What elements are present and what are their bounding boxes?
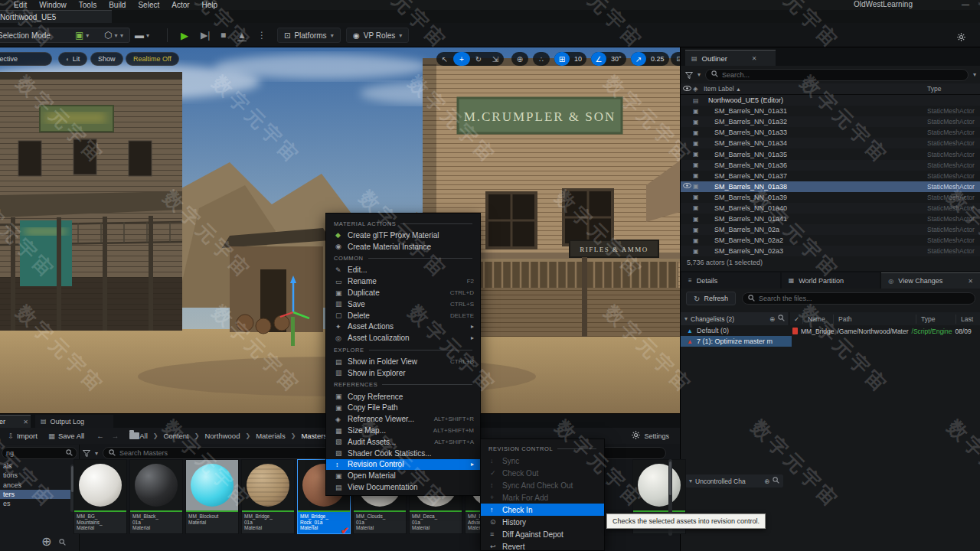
changelist-7-1-optimize-master-m[interactable]: ▲7 (1): Optimize master m — [681, 336, 792, 347]
eject-button[interactable]: ▲ — [237, 28, 247, 43]
type-column[interactable]: Type — [927, 85, 980, 93]
crumb-all[interactable]: All — [139, 432, 148, 440]
menu-edit[interactable]: Edit — [14, 1, 27, 9]
menu-item-duplicate[interactable]: ▣DuplicateCTRL+D — [326, 287, 480, 298]
asset-card-mm-black[interactable]: MM_Black_01aMaterial — [129, 459, 183, 534]
crumb-materials[interactable]: Materials — [256, 432, 286, 440]
submenu-item-diff-against-depot[interactable]: ≡Diff Against Depot — [481, 528, 604, 540]
perspective-button[interactable]: Perspective — [0, 52, 52, 66]
outliner-search-input[interactable]: Search... — [705, 69, 969, 81]
menu-item-show-in-explorer[interactable]: ▥Show in Explorer — [326, 367, 480, 379]
content-browser-settings-button[interactable]: Settings — [632, 431, 669, 441]
lit-button[interactable]: ◐ Lit — [58, 52, 87, 66]
menu-item-asset-actions[interactable]: ✦Asset Actions▸ — [326, 321, 480, 333]
menu-select[interactable]: Select — [138, 1, 159, 9]
chevron-down-icon[interactable]: ▾ — [697, 71, 701, 78]
grid-snap-control[interactable]: ⊞ 10 — [554, 52, 586, 66]
search-icon[interactable] — [59, 535, 66, 549]
submenu-item-revert[interactable]: ↩Revert — [481, 540, 604, 551]
platforms-button[interactable]: ⊡ Platforms ▾ — [277, 28, 341, 43]
menu-item-copy-file-path[interactable]: ▣Copy File Path — [326, 403, 480, 414]
show-button[interactable]: Show — [90, 52, 123, 66]
sources-search-input[interactable]: ng — [2, 447, 77, 459]
blueprints-button[interactable]: ⬡▾ — [104, 28, 118, 43]
menu-actor[interactable]: Actor — [172, 1, 189, 9]
folder-item-es[interactable]: es — [0, 499, 79, 508]
folder-item-ters[interactable]: ters — [0, 490, 79, 499]
outliner-row[interactable]: ▣SM_Barrels_NN_02aStaticMeshActor — [681, 224, 980, 235]
outliner-row[interactable]: ▣SM_Barrels_NN_01a31StaticMeshActor — [681, 106, 980, 116]
tab-view-changes[interactable]: ◎View Changes✕ — [881, 272, 980, 289]
menu-help[interactable]: Help — [202, 1, 218, 9]
filter-icon[interactable] — [83, 446, 90, 460]
menu-item-copy-reference[interactable]: ▣Copy Reference — [326, 391, 480, 403]
add-icon[interactable]: ⊕ — [41, 534, 51, 549]
outliner-row[interactable]: ▣SM_Barrels_NN_01a40StaticMeshActor — [681, 203, 980, 214]
rotate-tool[interactable]: ↻ — [470, 52, 487, 66]
outliner-row[interactable]: ▣SM_Barrels_NN_01a32StaticMeshActor — [681, 116, 980, 127]
rotation-snap-control[interactable]: ∠ 30° — [591, 52, 626, 66]
stop-button[interactable]: ■ — [220, 28, 226, 43]
menu-item-view-documentation[interactable]: ▤View Documentation — [326, 481, 480, 493]
tab-outliner[interactable]: ▤ Outliner ✕ — [685, 50, 776, 66]
add-icon[interactable]: ⊕ — [769, 315, 775, 323]
crumb-content[interactable]: Content — [163, 432, 188, 440]
outliner-row[interactable]: ▣SM_Barrels_NN_02a3StaticMeshActor — [681, 246, 980, 256]
asset-card-mm-bg[interactable]: MM_BG_Mountains_Material — [74, 459, 127, 534]
search-icon[interactable] — [778, 315, 785, 323]
menu-item-rename[interactable]: ▭RenameF2 — [326, 276, 480, 287]
crumb-masters[interactable]: Masters — [301, 432, 327, 440]
close-icon[interactable]: ✕ — [752, 55, 757, 62]
changelist-default-0[interactable]: ▲Default (0) — [681, 325, 792, 336]
menu-item-edit[interactable]: ✎Edit... — [326, 265, 480, 276]
outliner-row[interactable]: ▣SM_Barrels_NN_01a37StaticMeshActor — [681, 171, 980, 181]
realtime-off-badge[interactable]: Realtime Off — [126, 52, 179, 66]
back-button[interactable]: ← — [96, 432, 104, 440]
outliner-row[interactable]: ▣SM_Barrels_NN_01a38StaticMeshActor — [681, 181, 980, 192]
tab-details[interactable]: ≡Details — [681, 272, 780, 289]
menu-item-delete[interactable]: ▢DeleteDELETE — [326, 310, 480, 321]
select-tool[interactable]: ↖ — [436, 52, 453, 66]
uncontrolled-changelists-header[interactable]: ▾ Uncontrolled Cha ⊕ — [685, 474, 783, 487]
menu-tools[interactable]: Tools — [79, 1, 96, 9]
toolbar-settings-button[interactable] — [957, 31, 965, 44]
save-all-button[interactable]: ▦ Save All — [48, 432, 84, 440]
menu-item-save[interactable]: ▥SaveCTRL+S — [326, 298, 480, 310]
refresh-button[interactable]: ↻ Refresh — [686, 292, 736, 305]
import-button[interactable]: ⇩ Import — [8, 432, 38, 440]
asset-card-mm-bridge[interactable]: MM_Bridge_01aMaterial — [241, 459, 295, 534]
outliner-row[interactable]: ▣SM_Barrels_NN_01a34StaticMeshActor — [681, 138, 980, 148]
vp-roles-button[interactable]: ◉ VP Roles ▾ — [346, 28, 409, 43]
scale-snap-control[interactable]: ↗ 0.25 — [631, 52, 669, 66]
menu-window[interactable]: Window — [39, 1, 67, 9]
forward-button[interactable]: → — [112, 432, 119, 440]
file-row[interactable]: MM_Bridge /Game/Northwood/Mater /Script/… — [792, 326, 980, 336]
menu-item-open-material[interactable]: ▣Open Material — [326, 470, 480, 481]
coordinate-toggle[interactable]: ⊕ — [511, 52, 528, 66]
menu-item-create-gltf-proxy-material[interactable]: ◆Create glTF Proxy Material — [326, 230, 480, 241]
add-icon[interactable]: ⊕ — [764, 478, 769, 485]
asset-card-mm-blockout[interactable]: MM_BlockoutMaterial — [185, 459, 239, 534]
outliner-row[interactable]: ▣SM_Barrels_NN_01a41StaticMeshActor — [681, 214, 980, 224]
outliner-row[interactable]: ▣SM_Barrels_NN_01a39StaticMeshActor — [681, 192, 980, 203]
scale-tool[interactable]: ⇲ — [487, 52, 504, 66]
level-tab[interactable]: Northwood_UE5 — [0, 10, 112, 23]
close-icon[interactable]: ✕ — [23, 419, 28, 425]
crumb-northwood[interactable]: Northwood — [204, 432, 240, 440]
column-last[interactable]: Last — [956, 315, 980, 324]
item-label-column[interactable]: Item Label ▲ — [704, 85, 927, 93]
menu-item-revision-control[interactable]: ↕Revision Control▸ — [326, 459, 480, 471]
menu-item-reference-viewer[interactable]: ◈Reference Viewer...ALT+SHIFT+R — [326, 413, 480, 425]
maximize-viewport-button[interactable]: ⊡ — [671, 52, 680, 66]
search-icon[interactable] — [773, 477, 779, 485]
outliner-row[interactable]: ▣SM_Barrels_NN_01a35StaticMeshActor — [681, 148, 980, 159]
column-name[interactable]: Name — [803, 315, 834, 324]
visibility-eye-icon[interactable] — [681, 183, 693, 190]
column-type[interactable]: Type — [916, 315, 956, 324]
step-button[interactable]: ▶| — [201, 28, 210, 43]
move-tool[interactable]: + — [453, 52, 470, 66]
outliner-row[interactable]: ▣SM_Barrels_NN_01a36StaticMeshActor — [681, 160, 980, 171]
tab-output-log[interactable]: ▤ Output Log — [35, 415, 113, 428]
filter-icon[interactable] — [685, 68, 693, 82]
menu-item-asset-localization[interactable]: ◎Asset Localization▸ — [326, 332, 480, 344]
